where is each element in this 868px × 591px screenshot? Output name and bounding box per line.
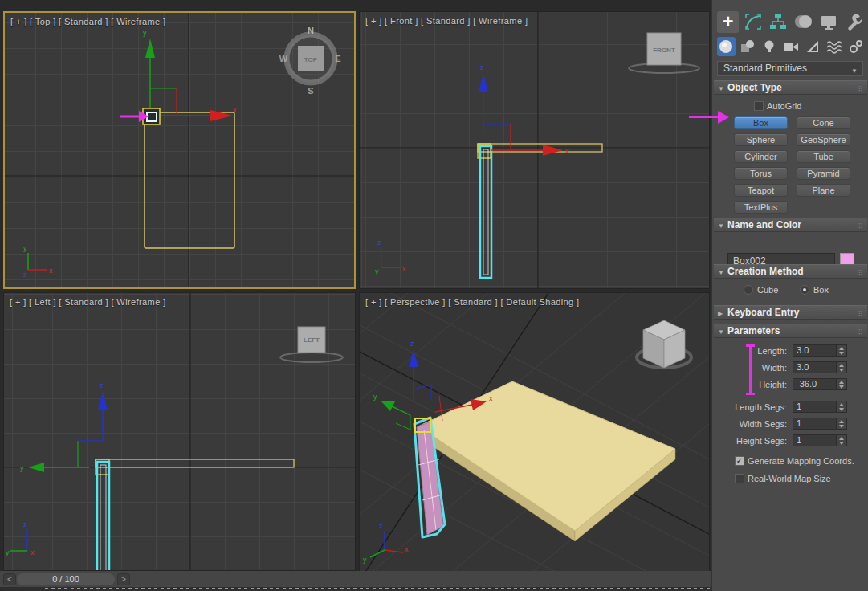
real-world-map-size-checkbox[interactable] [735,474,744,483]
box-radio-label: Box [813,285,829,295]
left-viewport-canvas: y z LEFT z y x [4,293,355,570]
teapot-button[interactable]: Teapot [734,184,788,197]
tab-utilities[interactable] [843,11,865,33]
svg-text:z: z [23,271,27,279]
front-viewport-label[interactable]: [ + ] [ Front ] [ Standard ] [ Wireframe… [365,16,528,26]
top-viewport[interactable]: [ + ] [ Top ] [ Standard ] [ Wireframe ]… [3,11,356,289]
plane-button[interactable]: Plane [797,184,850,197]
tab-display[interactable] [817,11,839,33]
generate-mapping-coords-label: Generate Mapping Coords. [748,456,854,466]
tab-hierarchy[interactable] [768,11,789,33]
length-segs-label: Length Segs: [735,402,787,412]
next-frame-button[interactable]: > [117,573,130,585]
sphere-button[interactable]: Sphere [734,133,788,146]
box002-object-left[interactable] [97,462,109,570]
svg-text:FRONT: FRONT [653,47,675,54]
tab-motion[interactable] [793,11,814,33]
rollout-open-icon: ▼ [718,266,724,279]
axis-tripod-left: z y x [6,520,35,556]
svg-text:S: S [308,86,313,96]
length-segs-spinner[interactable] [836,401,846,412]
cylinder-button[interactable]: Cylinder [734,150,788,163]
transform-gizmo[interactable]: z x [479,63,569,156]
rollout-open-icon: ▼ [718,82,724,96]
cube-radio[interactable] [744,285,753,295]
category-helpers[interactable] [803,37,821,56]
transform-gizmo[interactable]: y z [20,381,108,472]
svg-text:x: x [565,147,569,155]
object-type-header[interactable]: ▼ Object Type ⠿ [714,80,867,95]
rollout-object-type: ▼ Object Type ⠿ AutoGrid Box Cone Sphere… [714,80,867,232]
left-viewport-label[interactable]: [ + ] [ Left ] [ Standard ] [ Wireframe … [10,297,166,307]
svg-text:z: z [410,340,414,348]
length-label: Length: [757,346,787,356]
track-bar-ticks[interactable] [0,587,711,591]
autogrid-checkbox[interactable] [754,101,764,111]
viewcube-front[interactable]: FRONT [629,33,699,73]
lightbulb-icon [761,39,777,55]
viewcube-3d[interactable] [637,320,691,368]
perspective-viewport[interactable]: [ + ] [ Perspective ] [ Standard ] [ Def… [359,292,710,573]
plane-object-wireframe[interactable] [145,112,234,248]
command-panel-tabs: + [715,10,866,34]
plane-object-solid[interactable] [418,381,675,541]
tube-button[interactable]: Tube [797,150,850,163]
width-spinner[interactable] [836,362,846,373]
name-color-header[interactable]: ▼ Name and Color ⠿ [714,218,867,232]
length-segs-field[interactable]: 1 [793,401,847,413]
width-segs-label: Width Segs: [740,419,787,429]
shapes-icon [740,39,756,55]
length-field[interactable]: 3.0 [793,344,847,357]
chevron-down-icon: ▼ [851,64,858,78]
height-segs-spinner[interactable] [836,435,846,446]
plane-object-wireframe[interactable] [96,459,294,467]
geosphere-button[interactable]: GeoSphere [797,133,850,146]
front-viewport[interactable]: [ + ] [ Front ] [ Standard ] [ Wireframe… [359,11,710,289]
parameters-header[interactable]: ▼ Parameters ⠿ [714,324,867,338]
generate-mapping-coords-checkbox[interactable]: ✓ [735,456,744,466]
annotation-arrow-to-box-button [689,116,719,118]
primitive-category-dropdown[interactable]: Standard Primitives ▼ [717,61,863,76]
perspective-viewport-label[interactable]: [ + ] [ Perspective ] [ Standard ] [ Def… [365,297,579,307]
viewcube-left[interactable]: LEFT [280,327,343,362]
svg-text:LEFT: LEFT [304,336,320,344]
category-shapes[interactable] [739,37,757,56]
box002-object-front[interactable] [480,146,491,278]
length-spinner[interactable] [836,345,846,356]
current-frame-field[interactable]: 0 / 100 [17,573,115,585]
category-lights[interactable] [760,37,779,56]
height-segs-field[interactable]: 1 [793,434,847,446]
rollout-open-icon: ▼ [718,325,724,339]
previous-frame-button[interactable]: < [3,573,16,585]
height-field[interactable]: -36.0 [793,378,847,390]
box-radio[interactable] [800,285,809,295]
left-viewport[interactable]: [ + ] [ Left ] [ Standard ] [ Wireframe … [3,292,356,571]
creation-method-header[interactable]: ▼ Creation Method ⠿ [714,264,867,279]
category-geometry[interactable] [717,37,736,56]
annotation-arrowhead [718,111,729,124]
3dsmax-window: [ + ] [ Top ] [ Standard ] [ Wireframe ]… [0,0,868,591]
width-segs-spinner[interactable] [836,418,846,429]
width-segs-field[interactable]: 1 [793,418,847,430]
category-systems[interactable] [846,37,865,56]
pyramid-button[interactable]: Pyramid [797,167,850,180]
category-space-warps[interactable] [825,37,843,56]
tab-modify[interactable] [742,11,764,33]
height-spinner[interactable] [836,379,846,389]
viewcube-compass-top[interactable]: TOP N E S W [279,26,341,96]
creation-method-body: Cube Box [714,279,867,304]
object-type-body: AutoGrid Box Cone Sphere GeoSphere Cylin… [714,95,867,232]
cone-button[interactable]: Cone [797,116,850,129]
top-viewport-label[interactable]: [ + ] [ Top ] [ Standard ] [ Wireframe ] [10,17,165,26]
box-button[interactable]: Box [734,116,788,129]
svg-text:x: x [49,267,53,275]
transform-gizmo[interactable]: y x [143,29,237,121]
tab-create[interactable]: + [717,11,739,33]
torus-button[interactable]: Torus [734,167,788,180]
annotation-bracket-dimensions [746,344,755,395]
textplus-button[interactable]: TextPlus [734,201,788,214]
width-field[interactable]: 3.0 [793,361,847,373]
category-cameras[interactable] [782,37,801,56]
modify-icon [744,12,763,31]
keyboard-entry-header[interactable]: ▶ Keyboard Entry ⠿ [714,305,867,320]
